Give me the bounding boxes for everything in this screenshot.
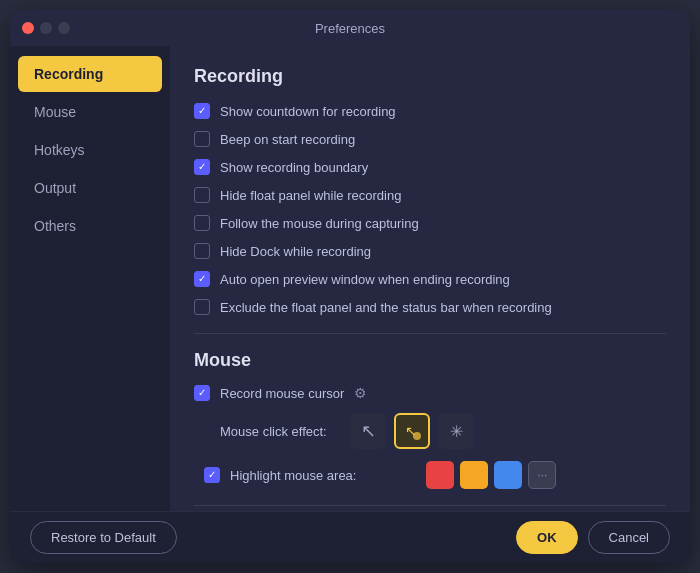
checkbox-float-panel-input[interactable] [194, 187, 210, 203]
cursor-option-none[interactable]: ↖ [350, 413, 386, 449]
recording-title: Recording [194, 66, 666, 87]
color-blue[interactable] [494, 461, 522, 489]
checkbox-float-panel-label: Hide float panel while recording [220, 188, 401, 203]
cancel-button[interactable]: Cancel [588, 521, 670, 554]
sidebar-item-others[interactable]: Others [18, 208, 162, 244]
highlight-cursor-icon: ↖ [401, 420, 423, 442]
checkbox-auto-preview-label: Auto open preview window when ending rec… [220, 272, 510, 287]
checkbox-auto-preview: Auto open preview window when ending rec… [194, 269, 666, 289]
content-area: Recording Mouse Hotkeys Output Others Re… [10, 46, 690, 511]
sidebar: Recording Mouse Hotkeys Output Others [10, 46, 170, 511]
checkbox-boundary: Show recording boundary [194, 157, 666, 177]
color-more[interactable]: ··· [528, 461, 556, 489]
checkbox-hide-dock: Hide Dock while recording [194, 241, 666, 261]
checkbox-countdown-label: Show countdown for recording [220, 104, 396, 119]
checkbox-hide-dock-input[interactable] [194, 243, 210, 259]
click-effect-row: Mouse click effect: ↖ ↖ ✳ [194, 413, 666, 449]
click-effect-label: Mouse click effect: [220, 424, 350, 439]
maximize-button[interactable] [58, 22, 70, 34]
color-orange[interactable] [460, 461, 488, 489]
minimize-button[interactable] [40, 22, 52, 34]
svg-point-2 [413, 432, 421, 440]
footer-right: OK Cancel [516, 521, 670, 554]
checkbox-record-cursor[interactable] [194, 385, 210, 401]
preferences-window: Preferences Recording Mouse Hotkeys Outp… [10, 10, 690, 563]
cursor-option-ripple[interactable]: ✳ [438, 413, 474, 449]
checkbox-follow-mouse-input[interactable] [194, 215, 210, 231]
highlight-colors: ··· [426, 461, 556, 489]
highlight-row: Highlight mouse area: ··· [194, 461, 666, 489]
checkbox-exclude-float-input[interactable] [194, 299, 210, 315]
divider-2 [194, 505, 666, 506]
checkbox-beep: Beep on start recording [194, 129, 666, 149]
checkbox-countdown-input[interactable] [194, 103, 210, 119]
checkbox-beep-label: Beep on start recording [220, 132, 355, 147]
checkbox-follow-mouse: Follow the mouse during capturing [194, 213, 666, 233]
checkbox-exclude-float-label: Exclude the float panel and the status b… [220, 300, 552, 315]
checkbox-exclude-float: Exclude the float panel and the status b… [194, 297, 666, 317]
checkbox-highlight-area[interactable] [204, 467, 220, 483]
mouse-title: Mouse [194, 350, 666, 371]
record-cursor-row: Record mouse cursor ⚙ [194, 385, 666, 401]
restore-default-button[interactable]: Restore to Default [30, 521, 177, 554]
click-effect-options: ↖ ↖ ✳ [350, 413, 474, 449]
window-title: Preferences [315, 21, 385, 36]
footer: Restore to Default OK Cancel [10, 511, 690, 563]
highlight-area-label: Highlight mouse area: [230, 468, 356, 483]
color-red[interactable] [426, 461, 454, 489]
sidebar-item-recording[interactable]: Recording [18, 56, 162, 92]
traffic-lights [22, 22, 70, 34]
titlebar: Preferences [10, 10, 690, 46]
checkbox-follow-mouse-label: Follow the mouse during capturing [220, 216, 419, 231]
sidebar-item-mouse[interactable]: Mouse [18, 94, 162, 130]
main-content: Recording Show countdown for recording B… [170, 46, 690, 511]
cursor-option-highlight[interactable]: ↖ [394, 413, 430, 449]
close-button[interactable] [22, 22, 34, 34]
record-cursor-label: Record mouse cursor [220, 386, 344, 401]
checkbox-beep-input[interactable] [194, 131, 210, 147]
checkbox-auto-preview-input[interactable] [194, 271, 210, 287]
recording-section: Recording Show countdown for recording B… [194, 66, 666, 317]
checkbox-boundary-input[interactable] [194, 159, 210, 175]
mouse-section: Mouse Record mouse cursor ⚙ Mouse click … [194, 350, 666, 489]
checkbox-boundary-label: Show recording boundary [220, 160, 368, 175]
divider-1 [194, 333, 666, 334]
gear-icon[interactable]: ⚙ [354, 385, 367, 401]
sidebar-item-output[interactable]: Output [18, 170, 162, 206]
checkbox-float-panel: Hide float panel while recording [194, 185, 666, 205]
ok-button[interactable]: OK [516, 521, 578, 554]
checkbox-hide-dock-label: Hide Dock while recording [220, 244, 371, 259]
checkbox-countdown: Show countdown for recording [194, 101, 666, 121]
sidebar-item-hotkeys[interactable]: Hotkeys [18, 132, 162, 168]
